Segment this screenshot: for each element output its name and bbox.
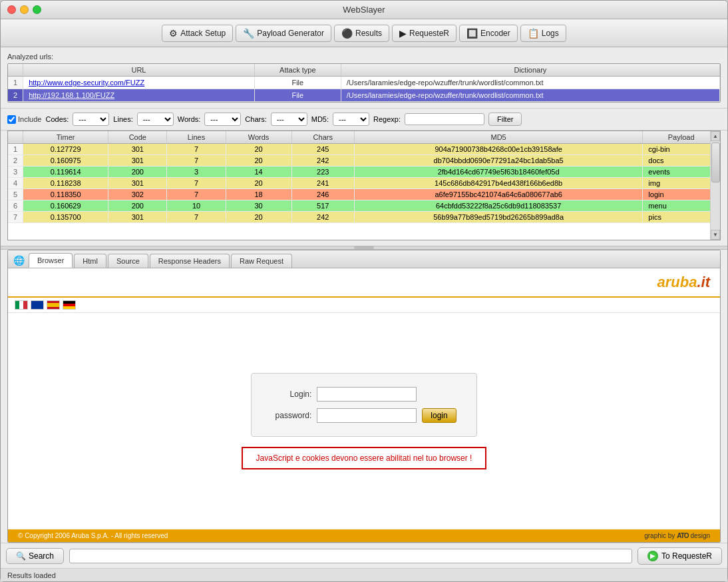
logs-button[interactable]: 📋 Logs [520, 25, 566, 42]
scrollbar-thumb[interactable] [711, 143, 720, 182]
include-checkbox[interactable] [7, 115, 16, 124]
result-row-code: 301 [108, 212, 167, 223]
result-row-lines: 10 [167, 200, 226, 212]
tab-html[interactable]: Html [74, 254, 106, 268]
include-label: Include [18, 115, 41, 123]
titlebar-buttons [7, 5, 41, 14]
url-table-row[interactable]: 1 http://www.edge-security.com/FUZZ File… [8, 77, 720, 89]
password-row: password: login [272, 408, 456, 423]
url-row-num: 2 [8, 89, 23, 102]
result-row-chars: 242 [291, 155, 354, 166]
login-button[interactable]: login [422, 408, 456, 423]
search-input[interactable] [69, 549, 632, 563]
results-table-row[interactable]: 1 0.127729 301 7 20 245 904a71900738b426… [8, 144, 720, 155]
main-content: Analyzed urls: URL Attack type Dictionar… [1, 47, 727, 543]
results-table: Timer Code Lines Words Chars MD5 Payload… [8, 131, 720, 223]
result-row-timer: 0.160975 [23, 155, 108, 166]
torequester-label: To RequesteR [661, 551, 712, 561]
results-icon: ⚫ [341, 28, 353, 39]
tab-response-headers[interactable]: Response Headers [150, 254, 230, 268]
login-input[interactable] [317, 387, 417, 402]
chars-select[interactable]: --- [271, 113, 307, 126]
result-row-timer: 0.119614 [23, 166, 108, 178]
result-row-md5: 145c686db842917b4ed438f166b6ed8b [354, 178, 642, 189]
window-title: WebSlayer [343, 5, 385, 15]
include-checkbox-label[interactable]: Include [7, 115, 41, 124]
browser-tabs: 🌐 Browser Html Source Response Headers R… [8, 250, 720, 268]
result-row-chars: 223 [291, 166, 354, 178]
result-row-md5: 64cbfdd53222f8a25c6db9d118083537 [354, 200, 642, 212]
status-bar: Results loaded [1, 568, 727, 581]
main-window: WebSlayer ⚙ Attack Setup 🔧 Payload Gener… [0, 0, 728, 582]
codes-select[interactable]: --- [73, 113, 109, 126]
results-button[interactable]: ⚫ Results [334, 25, 389, 42]
result-row-payload: img [643, 178, 720, 189]
url-row-dict: /Users/laramies/edge-repo/wzuffer/trunk/… [341, 77, 719, 89]
flag-spain[interactable] [47, 300, 60, 310]
aruba-flags [8, 298, 720, 313]
js-warning: JavaScript e cookies devono essere abili… [242, 447, 487, 469]
result-col-md5-header: MD5 [354, 131, 642, 144]
result-row-words: 20 [226, 212, 291, 223]
result-row-chars: 245 [291, 144, 354, 155]
regexp-input[interactable] [405, 113, 484, 125]
result-row-timer: 0.127729 [23, 144, 108, 155]
tab-source[interactable]: Source [108, 254, 148, 268]
encoder-button[interactable]: 🔲 Encoder [459, 25, 518, 42]
aruba-logo-text: aruba [657, 274, 697, 290]
result-row-chars: 517 [291, 200, 354, 212]
result-row-code: 200 [108, 200, 167, 212]
lines-select[interactable]: --- [137, 113, 174, 126]
analyzed-label: Analyzed urls: [7, 53, 721, 61]
flag-italy[interactable] [15, 300, 28, 310]
filter-button[interactable]: Filter [488, 113, 522, 126]
scrollbar-up-arrow[interactable]: ▲ [711, 131, 720, 141]
results-table-row[interactable]: 4 0.118238 301 7 20 241 145c686db842917b… [8, 178, 720, 189]
search-icon: 🔍 [16, 551, 26, 561]
close-button[interactable] [7, 5, 16, 14]
payload-generator-button[interactable]: 🔧 Payload Generator [236, 25, 331, 42]
codes-label: Codes: [45, 115, 69, 123]
result-row-num: 3 [8, 166, 23, 178]
flag-uk[interactable] [31, 300, 44, 310]
minimize-button[interactable] [20, 5, 29, 14]
result-row-md5: a6fe97155bc421074a64c6a080677ab6 [354, 189, 642, 200]
url-table-row[interactable]: 2 http://192.168.1.100/FUZZ File /Users/… [8, 89, 720, 102]
words-select[interactable]: --- [204, 113, 241, 126]
tab-browser[interactable]: Browser [29, 253, 73, 268]
result-row-words: 20 [226, 155, 291, 166]
titlebar: WebSlayer [1, 1, 727, 19]
result-row-timer: 0.160629 [23, 200, 108, 212]
attack-setup-icon: ⚙ [169, 28, 178, 39]
url-col-dict-header: Dictionary [341, 64, 719, 77]
md5-select[interactable]: --- [333, 113, 369, 126]
payload-generator-icon: 🔧 [243, 28, 254, 39]
search-button[interactable]: 🔍 Search [6, 548, 64, 564]
result-row-num: 4 [8, 178, 23, 189]
result-col-payload-header: Payload [643, 131, 720, 144]
scrollbar-down-arrow[interactable]: ▼ [711, 230, 720, 240]
requester-button[interactable]: ▶ RequesteR [392, 25, 456, 42]
chars-label: Chars: [245, 115, 266, 123]
results-table-row[interactable]: 7 0.135700 301 7 20 242 56b99a77b89ed571… [8, 212, 720, 223]
ato-design: graphic by ATO design [644, 532, 710, 539]
results-table-row[interactable]: 6 0.160629 200 10 30 517 64cbfdd53222f8a… [8, 200, 720, 212]
results-table-row[interactable]: 2 0.160975 301 7 20 242 db704bbdd0690e77… [8, 155, 720, 166]
attack-setup-button[interactable]: ⚙ Attack Setup [162, 25, 233, 42]
torequester-button[interactable]: ▶ To RequesteR [637, 547, 722, 565]
maximize-button[interactable] [33, 5, 41, 14]
tab-raw-request[interactable]: Raw Request [231, 254, 292, 268]
password-input[interactable] [317, 408, 417, 423]
results-table-row[interactable]: 3 0.119614 200 3 14 223 2fb4d164cd67749e… [8, 166, 720, 178]
results-table-row[interactable]: 5 0.118350 302 7 18 246 a6fe97155bc42107… [8, 189, 720, 200]
scrollbar-track[interactable]: ▲ ▼ [710, 131, 720, 240]
attack-setup-label: Attack Setup [180, 29, 226, 38]
result-row-num: 2 [8, 155, 23, 166]
flag-germany[interactable] [63, 300, 76, 310]
result-row-md5: db704bbdd0690e77291a24bc1dab5ba5 [354, 155, 642, 166]
divider-handle[interactable] [354, 246, 374, 249]
aruba-page: aruba.it Login: [8, 268, 720, 542]
result-row-lines: 7 [167, 189, 226, 200]
design-label: design [691, 532, 710, 539]
result-col-timer-header: Timer [23, 131, 108, 144]
